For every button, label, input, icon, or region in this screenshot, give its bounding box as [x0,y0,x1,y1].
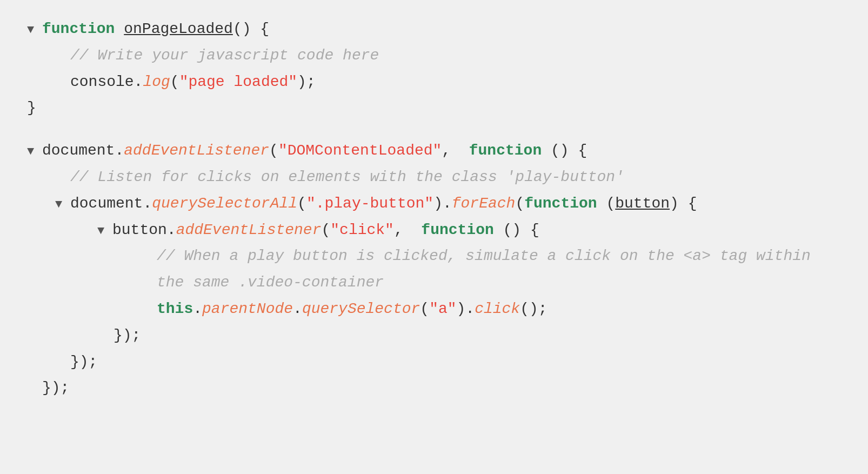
line1-rest: () { [233,17,269,42]
keyword-this: this [157,297,193,322]
open-paren-6: ( [420,297,429,322]
document-1: document. [42,139,124,163]
string-a: "a" [429,297,456,322]
function-name-1: onPageLoaded [124,17,233,42]
string-play-button: ".play-button" [306,192,433,216]
dot-2: . [293,297,302,322]
foreach-fn: forEach [452,192,516,216]
chain-dot-1: ). [433,192,452,216]
queryselector-fn: querySelector [302,297,420,322]
toggle-2[interactable]: ▼ [27,142,42,161]
line6-rest: () { [542,139,587,163]
open-paren-2: ( [269,139,278,163]
comma-1: , [442,139,469,163]
line-10-comment-2: the same .video-container [157,270,868,296]
comment-3a: // When a play button is clicked, simula… [157,244,811,269]
queryselectorall-fn: querySelectorAll [152,192,297,216]
comma-2: , [394,218,421,243]
string-click: "click" [330,218,394,243]
close-14: }); [42,376,69,400]
close-13: }); [70,350,97,375]
comment-2: // Listen for clicks on elements with th… [70,165,624,190]
line-12: }); [113,323,868,349]
keyword-function-3: function [524,192,597,216]
keyword-function-2: function [469,139,542,163]
addeventlistener-fn-2: addEventListener [176,218,322,243]
close-paren-6: ). [457,297,475,322]
line-8: ▼ document. querySelectorAll ( ".play-bu… [27,191,868,217]
toggle-3[interactable]: ▼ [55,195,70,214]
dot-1: . [193,297,202,322]
line8-rest: ) { [670,192,697,216]
line-4-brace: } [27,95,868,122]
line-1: ▼ function onPageLoaded () { [27,16,868,43]
line-9: ▼ button. addEventListener ( "click" , f… [27,217,868,244]
open-paren-3: ( [297,192,306,216]
addeventlistener-fn-1: addEventListener [124,139,269,163]
open-paren-5: ( [321,218,330,243]
code-editor: ▼ function onPageLoaded () { // Write yo… [27,16,868,402]
line-10-comment-1: // When a play button is clicked, simula… [157,243,868,270]
line-11: this . parentNode . querySelector ( "a" … [157,296,868,323]
line-2-comment: // Write your javascript code here [70,43,868,69]
comment-3b: the same .video-container [157,271,384,295]
close-brace-1: } [27,96,36,121]
close-12: }); [113,324,141,348]
gap-1 [27,122,868,138]
open-paren-4: ( [515,192,524,216]
toggle-1[interactable]: ▼ [27,21,42,39]
space-1: ( [597,192,616,216]
toggle-4[interactable]: ▼ [97,222,112,241]
line11-rest: (); [520,297,547,322]
console-plain: console. [70,70,143,95]
plain-space-1 [115,17,124,42]
string-page-loaded: "page loaded" [179,70,297,95]
line-14: }); [27,375,868,402]
line3-rest: ); [297,70,316,95]
line-3: console. log ( "page loaded" ); [70,69,868,96]
string-domcontentloaded: "DOMContentLoaded" [278,139,442,163]
document-2: document. [70,192,152,216]
comment-1: // Write your javascript code here [70,44,379,68]
param-button: button [615,192,670,216]
line-7-comment: // Listen for clicks on elements with th… [70,164,868,191]
log-fn: log [143,70,170,95]
open-paren-1: ( [170,70,179,95]
parentnode-fn: parentNode [202,297,293,322]
button-plain: button. [112,218,176,243]
click-fn: click [475,297,520,322]
keyword-function-4: function [421,218,493,243]
line-13: }); [70,349,868,376]
line9-rest: () { [494,218,539,243]
line-6: ▼ document. addEventListener ( "DOMConte… [27,138,868,164]
keyword-function-1: function [42,17,115,42]
